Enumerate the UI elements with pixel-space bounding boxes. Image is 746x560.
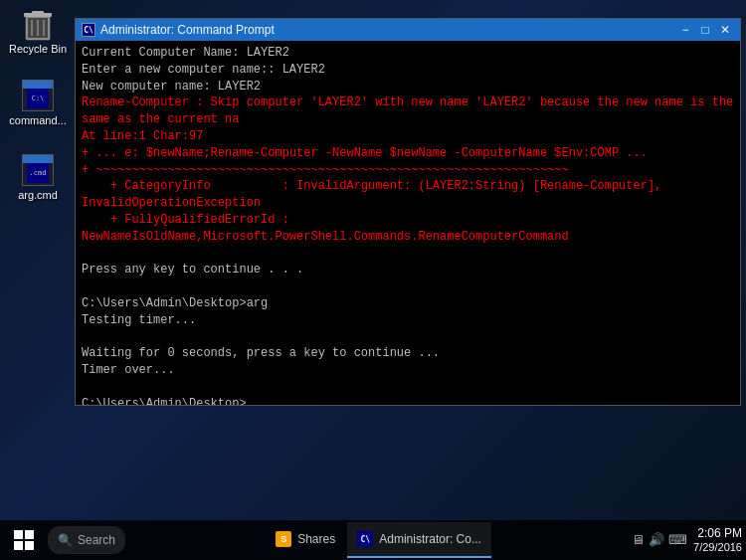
- windows-logo: [14, 530, 34, 550]
- cmd-line-4: Rename-Computer : Skip computer 'LAYER2'…: [82, 94, 734, 128]
- start-button[interactable]: [4, 520, 44, 560]
- cmd-line-7: + ~~~~~~~~~~~~~~~~~~~~~~~~~~~~~~~~~~~~~~…: [82, 162, 734, 179]
- taskbar-right: 🖥 🔊 ⌨ 2:06 PM 7/29/2016: [632, 526, 742, 554]
- cmd-window-icon: C\: [82, 23, 95, 37]
- recycle-bin-label: Recycle Bin: [9, 43, 67, 56]
- taskbar-left: 🔍 Search: [4, 520, 125, 560]
- clock-time: 2:06 PM: [693, 526, 742, 540]
- titlebar-left: C\ Administrator: Command Prompt: [82, 23, 275, 37]
- cmd-line-5: At line:1 Char:97: [82, 128, 734, 145]
- command-icon-image: C:\: [22, 80, 54, 111]
- shares-task-label: Shares: [297, 532, 335, 546]
- clock-date: 7/29/2016: [693, 541, 742, 554]
- cmd-line-15: [82, 329, 734, 346]
- maximize-button[interactable]: □: [696, 23, 714, 37]
- arg-icon-label: arg.cmd: [18, 189, 58, 202]
- minimize-button[interactable]: −: [676, 23, 694, 37]
- cmd-line-9: + FullyQualifiedErrorId : NewNameIsOldNa…: [82, 212, 734, 246]
- cmd-line-12: [82, 279, 734, 295]
- titlebar-buttons: − □ ✕: [676, 23, 734, 37]
- cmd-line-11: Press any key to continue . . .: [82, 262, 734, 279]
- speaker-tray-icon[interactable]: 🔊: [649, 532, 664, 547]
- cmd-titlebar: C\ Administrator: Command Prompt − □ ✕: [76, 19, 740, 41]
- cmd-task-label: Administrator: Co...: [379, 532, 481, 546]
- cmd-line-14: Testing timer...: [82, 312, 734, 329]
- cmd-line-18: [82, 379, 734, 396]
- cmd-window-title: Administrator: Command Prompt: [100, 23, 275, 37]
- battery-tray-icon[interactable]: ⌨: [668, 532, 687, 547]
- cmd-line-3: New computer name: LAYER2: [82, 79, 734, 95]
- cmd-line-1: Current Computer Name: LAYER2: [82, 45, 734, 62]
- search-label: Search: [78, 533, 115, 547]
- svg-rect-3: [32, 11, 44, 14]
- cmd-window: C\ Administrator: Command Prompt − □ ✕ C…: [75, 18, 741, 406]
- recycle-bin-image: [22, 8, 54, 40]
- cmd-line-2: Enter a new computer name:: LAYER2: [82, 62, 734, 79]
- cmd-line-8: + CategoryInfo : InvalidArgument: (LAYER…: [82, 178, 734, 212]
- taskbar-search[interactable]: 🔍 Search: [48, 526, 125, 554]
- command-icon-label: command...: [9, 114, 66, 127]
- taskbar-task-cmd[interactable]: C\ Administrator: Co...: [347, 522, 491, 558]
- shares-task-icon: S: [276, 531, 291, 547]
- command-desktop-icon[interactable]: C:\ command...: [8, 80, 68, 127]
- recycle-bin-icon[interactable]: Recycle Bin: [8, 8, 68, 56]
- cmd-body: Current Computer Name: LAYER2 Enter a ne…: [76, 41, 740, 405]
- cmd-line-17: Timer over...: [82, 362, 734, 379]
- cmd-line-6: + ... e: $newName;Rename-Computer -NewNa…: [82, 145, 734, 162]
- taskbar-tasks: S Shares C\ Administrator: Co...: [266, 522, 491, 558]
- arg-icon-image: .cmd: [22, 154, 54, 186]
- cmd-line-16: Waiting for 0 seconds, press a key to co…: [82, 345, 734, 362]
- taskbar-task-shares[interactable]: S Shares: [266, 522, 345, 558]
- close-button[interactable]: ✕: [716, 23, 734, 37]
- search-icon: 🔍: [58, 533, 73, 547]
- arg-cmd-icon[interactable]: .cmd arg.cmd: [8, 154, 68, 202]
- cmd-line-10: [82, 246, 734, 263]
- cmd-line-19: C:\Users\Admin\Desktop>: [82, 396, 734, 405]
- tray-icons: 🖥 🔊 ⌨: [632, 532, 687, 547]
- network-tray-icon[interactable]: 🖥: [632, 532, 645, 547]
- taskbar: 🔍 Search S Shares C\ Administrator: Co..…: [0, 520, 746, 560]
- cmd-line-13: C:\Users\Admin\Desktop>arg: [82, 295, 734, 312]
- system-clock[interactable]: 2:06 PM 7/29/2016: [693, 526, 742, 554]
- cmd-task-icon: C\: [357, 531, 373, 547]
